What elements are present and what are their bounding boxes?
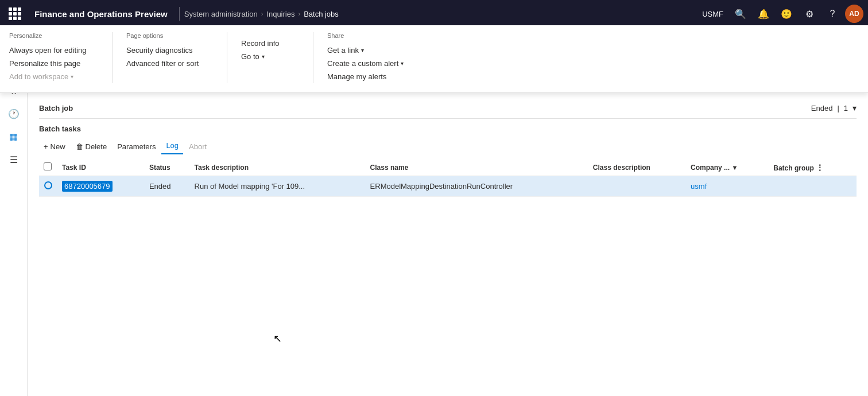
- table-header-row: Task ID Status Task description Class na…: [39, 159, 857, 176]
- batch-job-header: Batch job Ended | 1 ▾: [39, 98, 857, 119]
- batch-group-more-icon[interactable]: ⋮: [816, 163, 824, 172]
- manage-alerts-item[interactable]: Manage my alerts: [327, 70, 440, 83]
- create-custom-alert-item[interactable]: Create a custom alert ▾: [327, 57, 440, 70]
- company-filter-icon[interactable]: ▼: [731, 164, 738, 171]
- waffle-menu[interactable]: [5, 3, 25, 24]
- tasks-parameters-button[interactable]: Parameters: [113, 140, 160, 153]
- add-workspace-chevron: ▾: [71, 73, 73, 80]
- col-radio: [39, 159, 57, 176]
- user-avatar[interactable]: AD: [845, 5, 863, 23]
- share-section: Share Get a link ▾ Create a custom alert…: [313, 32, 440, 83]
- add-to-workspace-item[interactable]: Add to workspace ▾: [9, 70, 98, 83]
- sidebar-grid[interactable]: ▦: [3, 126, 24, 147]
- topbar-separator: [179, 7, 180, 21]
- cell-task-desc: Run of Model mapping 'For 109...: [190, 176, 366, 197]
- tasks-log-button[interactable]: Log: [161, 139, 183, 154]
- cell-task-id: 68720005679: [57, 176, 145, 197]
- cell-class-name: ERModelMappingDestinationRunController: [366, 176, 588, 197]
- region-label: USMF: [698, 10, 728, 18]
- cursor-indicator: ↖: [273, 332, 282, 345]
- breadcrumb-arrow-2: ›: [298, 10, 300, 17]
- batch-tasks-table: Task ID Status Task description Class na…: [39, 159, 857, 197]
- always-open-editing-item[interactable]: Always open for editing: [9, 44, 98, 57]
- batch-tasks-section: Batch tasks + New 🗑 Delete Parameters Lo…: [28, 119, 868, 197]
- app-title: Finance and Operations Preview: [28, 9, 175, 19]
- col-status: Status: [145, 159, 190, 176]
- section-collapse-button[interactable]: ▾: [852, 103, 857, 112]
- main-layout: ⌂ ★ 🕐 ▦ ☰ ▲ ▼ Batch job | Standard view …: [0, 53, 868, 396]
- security-diagnostics-item[interactable]: Security diagnostics: [126, 44, 213, 57]
- main-content: ▲ ▼ Batch job | Standard view ▾ 68719993…: [28, 53, 868, 396]
- col-task-id: Task ID: [57, 159, 145, 176]
- sidebar-menu[interactable]: ☰: [3, 149, 24, 170]
- personalize-page-item[interactable]: Personalize this page: [9, 57, 98, 70]
- row-radio[interactable]: [44, 181, 52, 189]
- search-button[interactable]: 🔍: [730, 3, 751, 24]
- col-class-desc: Class description: [588, 159, 686, 176]
- meta-separator: |: [837, 104, 839, 112]
- col-class-name: Class name: [366, 159, 588, 176]
- get-link-item[interactable]: Get a link ▾: [327, 44, 440, 57]
- breadcrumb-current: Batch jobs: [304, 10, 339, 18]
- options-dropdown-panel: Personalize Always open for editing Pers…: [0, 25, 868, 93]
- bell-button[interactable]: 🔔: [753, 3, 774, 24]
- tasks-new-button[interactable]: + New: [39, 140, 70, 153]
- batch-job-count: 1: [844, 104, 848, 112]
- col-company: Company ... ▼: [686, 159, 769, 176]
- record-info-section: Record info Go to ▾: [227, 32, 313, 83]
- goto-item[interactable]: Go to ▾: [241, 50, 299, 63]
- breadcrumb-inquiries[interactable]: Inquiries: [266, 10, 294, 18]
- batch-job-status: Ended: [811, 104, 833, 112]
- record-info-item[interactable]: Record info: [241, 37, 299, 50]
- cell-class-desc: [588, 176, 686, 197]
- get-link-chevron: ▾: [361, 47, 364, 53]
- batch-job-section: Batch job Ended | 1 ▾: [28, 98, 868, 119]
- breadcrumb-system-admin[interactable]: System administration: [184, 10, 258, 18]
- advanced-filter-sort-item[interactable]: Advanced filter or sort: [126, 57, 213, 70]
- page-options-section: Page options Security diagnostics Advanc…: [113, 32, 227, 83]
- sidebar-recent[interactable]: 🕐: [3, 103, 24, 124]
- help-button[interactable]: ?: [822, 3, 843, 24]
- batch-job-section-name: Batch job: [39, 104, 73, 112]
- personalize-section-title: Personalize: [9, 32, 98, 39]
- tasks-delete-button[interactable]: 🗑 Delete: [71, 140, 112, 153]
- cell-status: Ended: [145, 176, 190, 197]
- table-row[interactable]: 68720005679 Ended Run of Model mapping '…: [39, 176, 857, 197]
- share-section-title: Share: [327, 32, 440, 39]
- personalize-section: Personalize Always open for editing Pers…: [9, 32, 113, 83]
- breadcrumb-arrow-1: ›: [261, 10, 264, 17]
- tasks-delete-icon: 🗑: [76, 142, 83, 151]
- tasks-abort-button[interactable]: Abort: [184, 140, 211, 153]
- task-id-value: 68720005679: [62, 181, 113, 192]
- cell-company: usmf: [686, 176, 769, 197]
- batch-job-meta: Ended | 1 ▾: [811, 103, 857, 112]
- left-sidebar: ⌂ ★ 🕐 ▦ ☰: [0, 53, 28, 396]
- breadcrumb: System administration › Inquiries › Batc…: [184, 10, 339, 18]
- cell-batch-group: [769, 176, 857, 197]
- tasks-new-icon: +: [44, 142, 48, 151]
- select-all-checkbox[interactable]: [44, 162, 52, 170]
- col-batch-group: Batch group ⋮: [769, 159, 857, 176]
- batch-tasks-title: Batch tasks: [39, 119, 857, 137]
- settings-button[interactable]: ⚙: [799, 3, 820, 24]
- custom-alert-chevron: ▾: [401, 60, 404, 67]
- col-task-desc: Task description: [190, 159, 366, 176]
- goto-chevron: ▾: [262, 53, 265, 60]
- topbar: Finance and Operations Preview System ad…: [0, 0, 868, 28]
- company-link[interactable]: usmf: [691, 182, 707, 191]
- tasks-toolbar: + New 🗑 Delete Parameters Log Abort: [39, 137, 857, 159]
- row-radio-cell: [39, 176, 57, 197]
- page-options-title: Page options: [126, 32, 213, 39]
- feedback-button[interactable]: 🙂: [776, 3, 797, 24]
